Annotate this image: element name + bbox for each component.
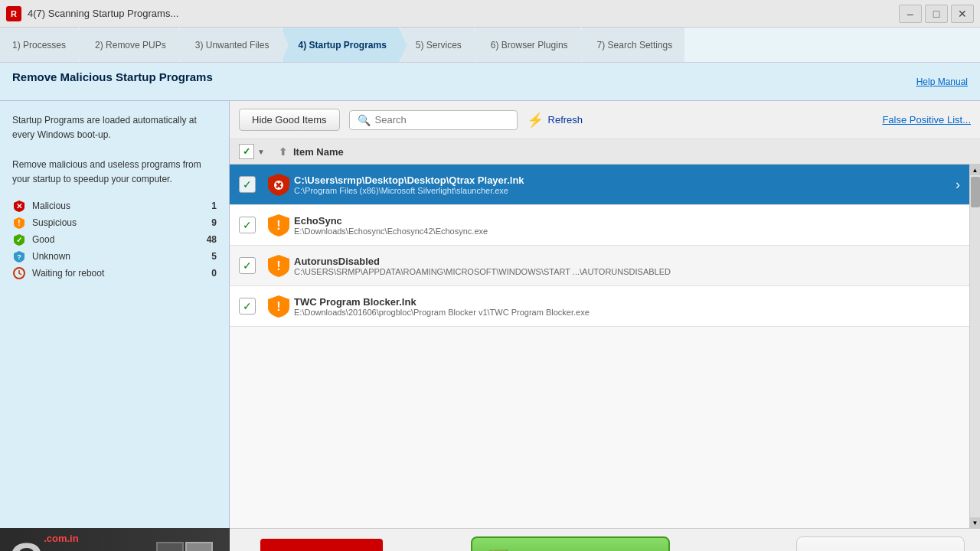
suspicious-icon: !	[12, 216, 26, 230]
footer: G .com.in TOHAR R PC Remove Checked ✅ Fa…	[0, 528, 980, 551]
hide-good-button[interactable]: Hide Good Items	[239, 109, 340, 131]
item-info-3: AutorunsDisabled C:\USERS\SRMP\APPDATA\R…	[294, 256, 960, 276]
waiting-label: Waiting for reboot	[32, 268, 211, 279]
item-name-2: EchoSync	[294, 215, 960, 227]
suspicious-label: Suspicious	[32, 217, 211, 228]
item-checkbox-4[interactable]: ✓	[239, 298, 263, 315]
scroll-down-button[interactable]: ▼	[970, 517, 981, 528]
search-input[interactable]	[375, 114, 509, 126]
sidebar-description: Startup Programs are loaded automaticall…	[12, 113, 217, 187]
waiting-count: 0	[211, 268, 217, 279]
checked-icon: ✓	[239, 257, 256, 274]
malicious-icon: ✕	[12, 199, 26, 213]
search-box[interactable]: 🔍	[349, 110, 518, 130]
item-arrow-1[interactable]: ›	[956, 177, 960, 193]
item-path-4: E:\Downloads\201606\progbloc\Program Blo…	[294, 308, 960, 317]
column-item-name: Item Name	[293, 146, 344, 158]
stat-waiting: Waiting for reboot 0	[12, 266, 217, 280]
item-checkbox-1[interactable]: ✓	[239, 176, 263, 193]
svg-text:!: !	[276, 219, 280, 232]
column-header: ✓ ▼ ⬆ Item Name	[230, 139, 980, 165]
good-count: 48	[207, 234, 217, 245]
svg-text:✓: ✓	[16, 236, 22, 244]
maximize-button[interactable]: □	[925, 5, 948, 23]
item-shield-3: !	[263, 253, 294, 278]
list-item[interactable]: ✓ ! EchoSync E:\Downloads\Echosync\Echos…	[230, 205, 969, 246]
svg-text:?: ?	[17, 253, 21, 261]
minimize-button[interactable]: –	[899, 5, 922, 23]
step-startup-programs[interactable]: 4) Startup Programs	[283, 28, 398, 62]
stat-malicious: ✕ Malicious 1	[12, 199, 217, 213]
step-services[interactable]: 5) Services	[400, 28, 474, 62]
step-browser-plugins[interactable]: 6) Browser Plugins	[475, 28, 580, 62]
next-test-button[interactable]: Next Test	[796, 536, 965, 552]
header-dropdown-arrow[interactable]: ▼	[257, 148, 265, 156]
window-controls: – □ ✕	[899, 5, 974, 23]
item-info-4: TWC Program Blocker.lnk E:\Downloads\201…	[294, 296, 960, 317]
item-info-1: C:\Users\srmp\Desktop\Desktop\Qtrax Play…	[294, 174, 949, 195]
sidebar: Startup Programs are loaded automaticall…	[0, 101, 230, 528]
sort-icon[interactable]: ⬆	[279, 146, 287, 158]
logo-pc-icons: R PC	[156, 542, 213, 551]
step-remove-pups[interactable]: 2) Remove PUPs	[80, 28, 178, 62]
app-icon: R	[6, 6, 21, 21]
content-area: Hide Good Items 🔍 ⚡ Refresh False Positi…	[230, 101, 980, 528]
header-checkbox[interactable]: ✓	[239, 144, 254, 159]
scrollbar[interactable]: ▲ ▼	[969, 165, 980, 528]
logo-tohar: TOHAR	[44, 546, 141, 551]
item-checkbox-3[interactable]: ✓	[239, 257, 263, 274]
step-navigation: 1) Processes 2) Remove PUPs 3) Unwanted …	[0, 28, 980, 63]
help-manual-link[interactable]: Help Manual	[916, 77, 968, 87]
item-checkbox-2[interactable]: ✓	[239, 217, 263, 233]
scroll-up-button[interactable]: ▲	[970, 165, 981, 175]
refresh-icon: ⚡	[527, 112, 544, 129]
window-title: 4(7) Scanning Startup Programs...	[28, 8, 178, 19]
item-name-1: C:\Users\srmp\Desktop\Desktop\Qtrax Play…	[294, 174, 949, 186]
waiting-icon	[12, 266, 26, 280]
list-item[interactable]: ✓ ! TWC Program Blocker.lnk E:\Downloads…	[230, 286, 969, 327]
suspicious-count: 9	[211, 217, 217, 228]
close-button[interactable]: ✕	[951, 5, 974, 23]
unknown-icon: ?	[12, 249, 26, 263]
item-shield-1	[263, 172, 294, 197]
scroll-thumb[interactable]	[971, 177, 980, 207]
svg-text:!: !	[276, 259, 280, 272]
checked-icon: ✓	[239, 217, 256, 233]
malicious-count: 1	[211, 201, 217, 211]
unknown-label: Unknown	[32, 251, 211, 262]
false-positive-button[interactable]: ✅ False Positive	[471, 536, 670, 552]
stat-suspicious: ! Suspicious 9	[12, 216, 217, 230]
remove-checked-button[interactable]: Remove Checked	[260, 539, 383, 552]
main-content: Startup Programs are loaded automaticall…	[0, 101, 980, 528]
step-processes[interactable]: 1) Processes	[0, 28, 78, 62]
svg-text:!: !	[276, 300, 280, 313]
svg-text:✕: ✕	[16, 202, 22, 210]
stat-unknown: ? Unknown 5	[12, 249, 217, 263]
header-checkbox-area[interactable]: ✓ ▼	[239, 144, 279, 159]
checked-icon: ✓	[239, 298, 256, 315]
item-info-2: EchoSync E:\Downloads\Echosync\Echosync4…	[294, 215, 960, 236]
refresh-label: Refresh	[548, 114, 583, 126]
svg-text:!: !	[18, 219, 20, 227]
refresh-button[interactable]: ⚡ Refresh	[527, 112, 583, 129]
page-title: Remove Malicious Startup Programs	[12, 70, 213, 83]
titlebar: R 4(7) Scanning Startup Programs... – □ …	[0, 0, 980, 28]
good-icon: ✓	[12, 233, 26, 246]
item-name-4: TWC Program Blocker.lnk	[294, 296, 960, 308]
stat-good: ✓ Good 48	[12, 233, 217, 246]
unknown-count: 5	[211, 251, 217, 262]
item-shield-2: !	[263, 213, 294, 237]
logo-com: .com.in	[44, 533, 79, 544]
list-item[interactable]: ✓ ! AutorunsDisabled C:\USERS\SRMP\APPDA…	[230, 246, 969, 286]
good-label: Good	[32, 234, 207, 245]
false-positive-list-link[interactable]: False Positive List...	[882, 114, 971, 126]
item-list: ✓ C:\Users\srmp\Desktop\Desktop\Qtrax Pl…	[230, 165, 969, 528]
step-search-settings[interactable]: 7) Search Settings	[582, 28, 685, 62]
checked-icon: ✓	[239, 176, 256, 193]
toolbar: Hide Good Items 🔍 ⚡ Refresh False Positi…	[230, 101, 980, 139]
item-path-1: C:\Program Files (x86)\Microsoft Silverl…	[294, 186, 949, 195]
step-unwanted-files[interactable]: 3) Unwanted Files	[180, 28, 282, 62]
malicious-label: Malicious	[32, 201, 211, 211]
list-item[interactable]: ✓ C:\Users\srmp\Desktop\Desktop\Qtrax Pl…	[230, 165, 969, 205]
logo-watermark: G .com.in TOHAR R PC	[0, 528, 230, 551]
